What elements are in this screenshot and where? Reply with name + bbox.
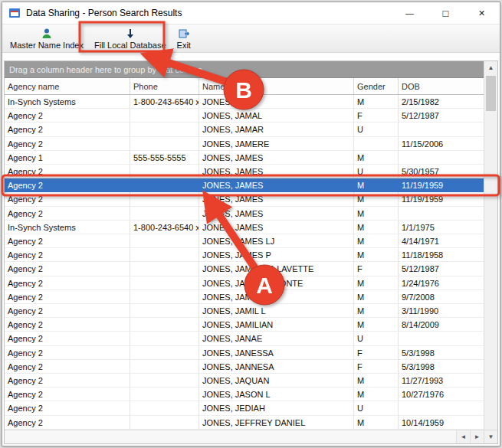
exit-icon: [178, 28, 190, 40]
table-row[interactable]: Agency 2JONES, JAMES LJM4/14/1971: [5, 234, 484, 248]
table-row-selected[interactable]: Agency 2JONES, JAMESM11/19/1959: [5, 178, 484, 192]
table-row[interactable]: Agency 2JONES, JAMIL LM3/11/1990: [5, 304, 484, 318]
cell: [399, 123, 484, 136]
cell: M: [354, 248, 399, 262]
cell: 1-800-243-6540 x 2: [130, 95, 199, 109]
minimize-button[interactable]: —: [392, 2, 428, 24]
table-row[interactable]: Agency 2JONES, JAMIL JRM9/7/2008: [5, 290, 484, 304]
table-row[interactable]: Agency 2JONES, JAMERE11/15/2006: [5, 137, 484, 151]
grid-header: Agency namePhoneNameGenderDOB: [5, 78, 484, 95]
cell: JONES, JANESSA: [199, 346, 354, 360]
column-header-dob[interactable]: DOB: [399, 78, 484, 94]
cell: M: [354, 290, 399, 304]
table-row[interactable]: Agency 2JONES, JANNESAF5/3/1998: [5, 360, 484, 374]
master-name-index-button[interactable]: Master Name Index: [5, 25, 89, 51]
table-row[interactable]: Agency 2JONES, JAMESM: [5, 207, 484, 221]
cell: F: [354, 346, 399, 360]
scroll-left-button[interactable]: ◄: [456, 430, 470, 443]
cell: M: [354, 416, 399, 430]
table-row[interactable]: Agency 2JONES, JEDIAHU: [5, 401, 484, 415]
results-grid: Drag a column header here to group by th…: [4, 60, 498, 444]
cell: [130, 360, 199, 374]
cell: [130, 109, 199, 123]
table-row[interactable]: In-Synch Systems1-800-243-6540 x 2JONES,…: [5, 95, 484, 109]
cell: JONES, JEFFREY DANIEL: [199, 416, 354, 430]
cell: JONES, JAMERE: [199, 137, 354, 151]
cell: M: [354, 221, 399, 234]
cell: M: [354, 95, 399, 109]
vertical-scrollbar[interactable]: ▲: [484, 61, 497, 430]
group-by-panel[interactable]: Drag a column header here to group by th…: [5, 61, 484, 78]
vertical-scroll-thumb[interactable]: [486, 76, 496, 111]
column-header-phone[interactable]: Phone: [130, 78, 199, 94]
cell: JONES, JASON L: [199, 388, 354, 401]
cell: JONES, JAMIL JR: [199, 290, 354, 304]
cell: JONES, JAMES: [199, 192, 354, 206]
cell: Agency 2: [5, 318, 130, 332]
cell: 11/18/1958: [399, 248, 484, 262]
cell: M: [354, 388, 399, 401]
table-row[interactable]: Agency 2JONES, JANESSAF5/3/1998: [5, 346, 484, 360]
table-row[interactable]: Agency 2JONES, JASON LM10/27/1976: [5, 388, 484, 401]
grid-body: In-Synch Systems1-800-243-6540 x 2JONES,…: [5, 95, 484, 430]
table-row[interactable]: Agency 2JONES, JAQUANM11/27/1993: [5, 374, 484, 388]
column-header-gender[interactable]: Gender: [354, 78, 399, 94]
close-button[interactable]: ✕: [464, 2, 500, 24]
cell: [130, 165, 199, 178]
cell: F: [354, 360, 399, 374]
cell: U: [354, 165, 399, 178]
cell: 555-555-5555: [130, 151, 199, 165]
cell: Agency 2: [5, 178, 130, 192]
cell: JONES, JAMES P: [199, 248, 354, 262]
cell: Agency 2: [5, 137, 130, 151]
column-header-name[interactable]: Name: [199, 78, 354, 94]
cell: JONES, JAMESHA LAVETTE: [199, 262, 354, 276]
cell: M: [354, 234, 399, 248]
cell: [399, 332, 484, 345]
horizontal-scroll-track[interactable]: [5, 430, 456, 443]
scroll-right-button[interactable]: ►: [470, 430, 484, 443]
fill-local-database-button[interactable]: Fill Local Database: [89, 25, 172, 51]
table-row[interactable]: Agency 2JONES, JAMESU5/30/1957: [5, 165, 484, 178]
cell: 10/14/1959: [399, 416, 484, 430]
cell: 5/12/1987: [399, 262, 484, 276]
table-row[interactable]: Agency 2JONES, JAMIE LAMONTEM1/24/1976: [5, 276, 484, 290]
down-arrow-icon: [124, 28, 136, 40]
cell: 5/3/1998: [399, 346, 484, 360]
table-row[interactable]: Agency 2JONES, JAMES PM11/18/1958: [5, 248, 484, 262]
table-row[interactable]: Agency 2JONES, JEFFREY DANIELM10/14/1959: [5, 416, 484, 430]
cell: 11/27/1993: [399, 374, 484, 388]
cell: [130, 388, 199, 401]
table-row[interactable]: Agency 2JONES, JAMESHA LAVETTEF5/12/1987: [5, 262, 484, 276]
cell: Agency 2: [5, 332, 130, 345]
scroll-up-button[interactable]: ▲: [484, 61, 497, 74]
cell: Agency 2: [5, 165, 130, 178]
table-row[interactable]: In-Synch Systems1-800-243-6540 x 2JONES,…: [5, 221, 484, 234]
cell: M: [354, 304, 399, 318]
column-header-agency-name[interactable]: Agency name: [5, 78, 130, 94]
table-row[interactable]: Agency 2JONES, JAMESM11/19/1959: [5, 192, 484, 206]
table-row[interactable]: Agency 2JONES, JAMILIANM8/14/2009: [5, 318, 484, 332]
cell: M: [354, 192, 399, 206]
cell: Agency 2: [5, 192, 130, 206]
window-title: Data Sharing - Person Search Results: [26, 8, 392, 18]
table-row[interactable]: Agency 2JONES, JAMARU: [5, 123, 484, 136]
cell: JONES, JAMES: [199, 151, 354, 165]
cell: M: [354, 207, 399, 221]
toolbar: Master Name Index Fill Local Database Ex…: [2, 24, 500, 53]
horizontal-scrollbar[interactable]: ◄ ►: [5, 430, 484, 443]
cell: Agency 2: [5, 360, 130, 374]
cell: [130, 318, 199, 332]
cell: JONES, JANAE: [199, 332, 354, 345]
table-row[interactable]: Agency 1555-555-5555JONES, JAMESM: [5, 151, 484, 165]
cell: F: [354, 262, 399, 276]
table-row[interactable]: Agency 2JONES, JANAEU: [5, 332, 484, 345]
cell: JONES, JAMAR: [199, 123, 354, 136]
table-row[interactable]: Agency 2JONES, JAMALF5/12/1987: [5, 109, 484, 123]
cell: Agency 1: [5, 151, 130, 165]
maximize-button[interactable]: □: [428, 2, 464, 24]
scroll-down-button[interactable]: ▼: [484, 430, 497, 443]
cell: JONES, JAMIE LAMONTE: [199, 276, 354, 290]
person-icon: [41, 28, 53, 40]
exit-button[interactable]: Exit: [172, 25, 196, 51]
